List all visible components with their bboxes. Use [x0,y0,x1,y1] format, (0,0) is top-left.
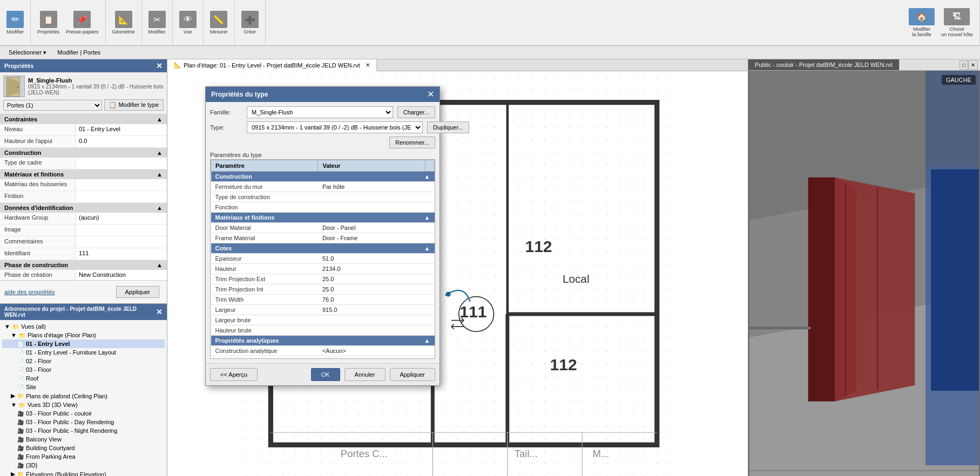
modifier-famille-label: Modifierla famille [912,26,931,37]
edit-type-btn-label: Modifier le type [118,101,159,108]
construction-header[interactable]: Construction ▲ [0,148,167,158]
param-name-cell: Trim Projection Ext [211,274,318,284]
renommer-btn[interactable]: Renommer... [389,137,435,148]
modifier-famille-btn[interactable]: 🏠 Modifierla famille [907,4,937,42]
hauteur-appui-input[interactable] [79,138,164,144]
table-row: Construction analytique<Aucun> [211,346,435,356]
finition-label: Finition [0,191,76,202]
tree-day-render[interactable]: 🎥 03 - Floor Public - Day Rendering [2,418,165,426]
floor-plan-tab-close[interactable]: ✕ [366,62,370,68]
section-collapse-btn[interactable]: ▲ [424,245,430,251]
section-collapse-btn[interactable]: ▲ [424,173,430,180]
param-name-cell: Largeur [211,305,318,315]
toolbar-geo-btn[interactable]: 📐 Géométrie [110,4,137,42]
param-scroll-btn [425,284,434,295]
apercu-btn[interactable]: << Aperçu [210,368,258,381]
toolbar-create-section: ➕ Créer [235,0,266,45]
toolbar-edit2-btn[interactable]: ✂ Modifier [146,4,168,42]
phase-header[interactable]: Phase de construction ▲ [0,260,167,270]
view-icon: 👁 [179,11,197,28]
materiaux-header[interactable]: Matériaux et finitions ▲ [0,169,167,179]
choisir-hote-btn[interactable]: 🏗 Choisirun nouvel hôte [939,4,975,42]
svg-text:112: 112 [525,237,552,255]
toolbar-create-btn[interactable]: ➕ Créer [239,4,261,42]
dialog-title: Propriétés du type [211,91,268,98]
param-value-cell[interactable]: 915.0 [318,305,425,315]
tree-floor-03[interactable]: 📄 03 - Floor [2,365,165,374]
famille-row: Famille: M_Single-Flush Charger... [210,106,435,118]
aide-link[interactable]: aide des propriétés [4,289,55,295]
tree-3d[interactable]: ▼ 📁 Vues 3D (3D View) [2,400,165,409]
param-table-wrapper[interactable]: Paramètre Valeur Construction▲Fermeture … [210,159,435,359]
materiaux-expand: ▲ [157,171,163,178]
tree-night-render[interactable]: 🎥 03 - Floor Public - Night Rendering [2,426,165,435]
param-value-cell[interactable]: 25.0 [318,284,425,295]
param-value-cell[interactable]: Door - Panel [318,223,425,233]
tree-parking[interactable]: 🎥 From Parking Area [2,452,165,461]
annuler-btn[interactable]: Annuler [344,368,386,381]
param-value-cell[interactable]: 51.0 [318,254,425,264]
param-value-cell[interactable]: 2134.0 [318,264,425,274]
3d-label: Vues 3D (3D View) [28,402,78,408]
toolbar-presse-btn[interactable]: 📌 Presse-papiers [64,4,101,42]
param-scroll-btn [425,315,434,325]
type-count-select[interactable]: Portes (1) [3,100,102,111]
toolbar-geo-section: 📐 Géométrie [106,0,142,45]
proprietes-item[interactable]: Modifier | Portes [53,48,105,57]
floor-plan-tab[interactable]: 📐 Plan d'étage: 01 - Entry Level - Proje… [167,59,377,71]
table-row: Epaisseur51.0 [211,254,435,264]
vues-all-expand: ▼ [4,323,10,330]
tree-furniture-layout[interactable]: 📄 01 - Entry Level - Furniture Layout [2,348,165,357]
contraintes-header[interactable]: Contraintes ▲ [0,114,167,124]
right-view-tab[interactable]: Public - couloir - Projet datBIM_école J… [748,59,900,70]
phase-creation-row: Phase de création New Construction [0,270,167,280]
charger-btn[interactable]: Charger... [397,106,435,118]
param-value-cell[interactable]: 25.0 [318,274,425,284]
famille-select[interactable]: M_Single-Flush [247,106,393,118]
left-apply-btn[interactable]: Appliquer [116,286,159,298]
properties-panel-close[interactable]: ✕ [156,62,163,70]
tree-3d-default[interactable]: 🎥 {3D} [2,461,165,470]
param-scroll-btn [425,356,434,359]
donnees-header[interactable]: Données d'identification ▲ [0,203,167,213]
tree-balcony[interactable]: 🎥 Balcony View [2,435,165,444]
toolbar-measure-btn[interactable]: 📏 Mesurer [208,4,230,42]
courtyard-icon: 🎥 [17,445,24,451]
type-select-dialog[interactable]: 0915 x 2134mm - 1 vantail 39 (0 / -2) dB… [247,121,423,133]
night-icon: 🎥 [17,428,24,434]
tree-roof[interactable]: 📄 Roof [2,374,165,383]
tree-panel-close[interactable]: ✕ [156,308,163,316]
section-collapse-btn[interactable]: ▲ [424,337,430,344]
ok-btn[interactable]: OK [311,368,340,381]
presse-icon: 📌 [73,11,91,28]
toolbar-modifier-btn[interactable]: ✏ Modifier [4,4,26,42]
table-row: Trim Width76.0 [211,295,435,305]
dupliquer-btn[interactable]: Dupliquer... [427,121,469,133]
toolbar-props-btn[interactable]: 📋 Propriétés [35,4,62,42]
tree-elevations[interactable]: ▶ 📁 Élévations (Building Elevation) [2,470,165,476]
param-value-cell[interactable]: <Aucun> [318,346,425,356]
prop-family-row: M_Single-Flush 0915 x 2134mm - 1 vantail… [3,76,164,97]
tree-plans-etage[interactable]: ▼ 📁 Plans d'étage (Floor Plan) [2,331,165,339]
floor03-icon: 📄 [17,367,24,373]
param-value-cell[interactable]: 76.0 [318,295,425,305]
appliquer-btn[interactable]: Appliquer [390,368,435,381]
dialog-close-btn[interactable]: ✕ [427,90,434,99]
selectionner-item[interactable]: Sélectionner ▾ [4,48,51,57]
tree-courtyard[interactable]: 🎥 Building Courtyard [2,444,165,452]
param-value-cell[interactable]: Door - Frame [318,233,425,243]
section-collapse-btn[interactable]: ▲ [424,214,430,221]
tree-floor-02[interactable]: 📄 02 - Floor [2,357,165,365]
param-value-cell[interactable]: Par hôte [318,182,425,192]
right-close-btn[interactable]: ✕ [968,60,978,70]
tree-couloir[interactable]: 🎥 03 - Floor Public - couloir [2,409,165,418]
niveau-input[interactable] [79,126,164,132]
right-restore-btn[interactable]: □ [959,60,968,70]
edit-type-btn[interactable]: 📋 Modifier le type [104,99,164,111]
toolbar-view-btn[interactable]: 👁 Vue [177,4,199,42]
param-value-cell [318,202,425,213]
tree-plafond[interactable]: ▶ 📁 Plans de plafond (Ceiling Plan) [2,391,165,400]
tree-entry-level[interactable]: 📄 01 - Entry Level [2,339,165,348]
tree-vues-all[interactable]: ▼ 📁 Vues (all) [2,322,165,331]
tree-site[interactable]: 📄 Site [2,383,165,391]
